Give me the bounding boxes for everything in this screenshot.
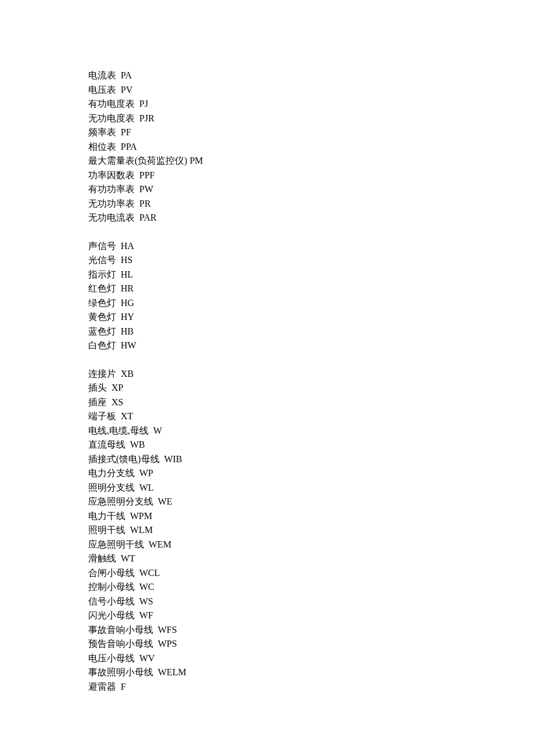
term-label: 滑触线 — [88, 553, 116, 563]
separator — [135, 99, 139, 109]
term-line: 合闸小母线 WCL — [88, 566, 534, 581]
separator — [149, 426, 153, 435]
term-line: 指示灯 HL — [88, 268, 534, 282]
term-line: 频率表 PF — [88, 125, 534, 140]
term-label: 无功电流表 — [88, 213, 135, 222]
separator — [135, 610, 139, 620]
term-line: 绿色灯 HG — [88, 296, 534, 311]
term-label: 无功功率表 — [88, 199, 135, 208]
separator — [107, 383, 111, 393]
term-line: 电力干线 WPM — [88, 509, 534, 524]
term-label: 控制小母线 — [88, 582, 135, 592]
separator — [116, 553, 121, 563]
term-group: 连接片 XB插头 XP插座 XS端子板 XT电线,电缆,母线 W直流母线 WB插… — [88, 367, 534, 694]
term-code: WPM — [130, 511, 152, 521]
term-line: 电压表 PV — [88, 83, 534, 98]
term-label: 插座 — [88, 397, 107, 407]
separator — [116, 127, 121, 137]
term-line: 照明干线 WLM — [88, 523, 534, 538]
term-code: PJ — [139, 99, 148, 109]
term-line: 无功电度表 PJR — [88, 111, 534, 126]
separator — [160, 454, 164, 464]
term-code: WB — [130, 440, 145, 449]
term-code: WC — [139, 582, 154, 592]
separator — [135, 483, 139, 492]
term-line: 应急照明分支线 WE — [88, 495, 534, 509]
term-line: 应急照明干线 WEM — [88, 538, 534, 552]
term-label: 插头 — [88, 383, 107, 393]
term-code: F — [121, 682, 126, 692]
term-label: 电压表 — [88, 85, 116, 95]
separator — [135, 653, 139, 663]
term-label: 电压小母线 — [88, 653, 135, 663]
term-label: 白色灯 — [88, 340, 116, 350]
term-line: 滑触线 WT — [88, 552, 534, 566]
term-code: PAR — [139, 213, 157, 222]
term-line: 直流母线 WB — [88, 438, 534, 452]
term-label: 电力干线 — [88, 511, 125, 521]
term-label: 事故音响小母线 — [88, 625, 153, 635]
separator — [135, 199, 139, 208]
separator — [116, 369, 121, 379]
term-code: WFS — [158, 625, 177, 635]
term-code: XP — [111, 383, 123, 393]
term-code: WV — [139, 653, 155, 663]
term-line: 信号小母线 WS — [88, 595, 534, 609]
separator — [135, 596, 139, 606]
term-label: 直流母线 — [88, 440, 125, 449]
term-code: PA — [121, 70, 132, 80]
term-code: WELM — [158, 667, 186, 677]
term-code: PPF — [139, 170, 155, 180]
term-code: PPA — [121, 142, 137, 152]
term-code: WF — [139, 610, 153, 620]
separator — [116, 142, 121, 152]
term-code: WIB — [164, 454, 182, 464]
separator — [116, 85, 121, 95]
term-code: PW — [139, 184, 153, 194]
term-code: W — [153, 426, 162, 435]
term-label: 黄色灯 — [88, 312, 116, 322]
term-label: 闪光小母线 — [88, 610, 135, 620]
term-code: WPS — [158, 639, 177, 649]
term-label: 事故照明小母线 — [88, 667, 153, 677]
term-line: 最大需量表(负荷监控仪) PM — [88, 154, 534, 168]
separator — [125, 511, 130, 521]
separator — [135, 582, 139, 592]
term-line: 闪光小母线 WF — [88, 609, 534, 623]
term-code: WP — [139, 468, 153, 478]
term-line: 避雷器 F — [88, 680, 534, 694]
term-code: HA — [121, 241, 134, 251]
term-line: 控制小母线 WC — [88, 580, 534, 595]
term-code: HL — [121, 269, 133, 279]
term-code: PV — [121, 85, 132, 95]
separator — [107, 397, 111, 407]
separator — [116, 411, 121, 421]
term-code: HW — [121, 340, 136, 350]
term-label: 最大需量表(负荷监控仪) — [88, 156, 187, 165]
term-label: 蓝色灯 — [88, 326, 116, 336]
term-label: 绿色灯 — [88, 298, 116, 308]
term-label: 光信号 — [88, 255, 116, 265]
term-code: XS — [111, 397, 123, 407]
term-line: 白色灯 HW — [88, 339, 534, 353]
term-code: PM — [190, 156, 203, 165]
separator — [116, 269, 121, 279]
term-line: 连接片 XB — [88, 367, 534, 381]
term-line: 声信号 HA — [88, 239, 534, 254]
separator — [153, 625, 158, 635]
term-line: 无功功率表 PR — [88, 197, 534, 211]
term-line: 电压小母线 WV — [88, 651, 534, 666]
term-label: 电力分支线 — [88, 468, 135, 478]
separator — [135, 468, 139, 478]
term-line: 有功功率表 PW — [88, 182, 534, 197]
term-line: 无功电流表 PAR — [88, 211, 534, 225]
term-line: 照明分支线 WL — [88, 481, 534, 495]
term-line: 插接式(馈电)母线 WIB — [88, 452, 534, 467]
separator — [135, 213, 139, 222]
term-label: 连接片 — [88, 369, 116, 379]
term-line: 电力分支线 WP — [88, 466, 534, 481]
separator — [153, 496, 158, 506]
term-line: 光信号 HS — [88, 253, 534, 268]
term-label: 红色灯 — [88, 283, 116, 293]
term-label: 相位表 — [88, 142, 116, 152]
